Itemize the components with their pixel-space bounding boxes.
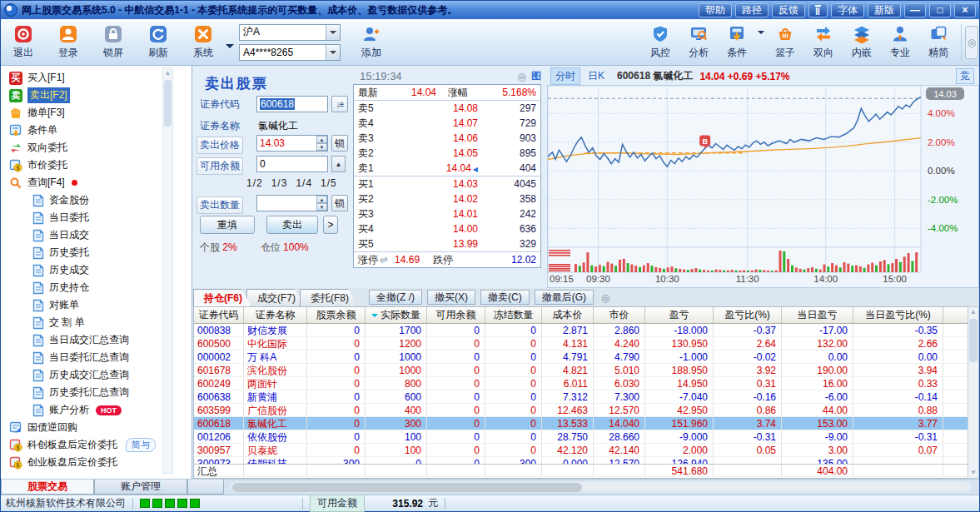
level-price[interactable]: 14.05: [386, 147, 500, 159]
sidebar-item-1[interactable]: 卖卖出[F2]: [1, 87, 164, 104]
sidebar-item-2[interactable]: 撤单[F3]: [1, 104, 164, 122]
fraction-link-1-4[interactable]: 1/4: [296, 177, 312, 189]
column-header-9[interactable]: 盈亏比(%): [714, 307, 782, 323]
column-header-2[interactable]: 股票余额: [307, 307, 366, 323]
column-header-1[interactable]: 证券名称: [244, 307, 307, 323]
table-row[interactable]: 300957贝泰妮01000042.12042.1402.0000.053.00…: [194, 444, 968, 457]
sidebar-item-16[interactable]: 当日委托汇总查询: [1, 349, 164, 366]
sell-level-row-1[interactable]: 卖114.04◀404: [354, 161, 540, 176]
toolbar-collapse-button[interactable]: ◎: [965, 26, 978, 59]
buy-level-row-1[interactable]: 买114.034045: [354, 176, 540, 191]
font-button[interactable]: 字体: [831, 3, 864, 17]
path-button[interactable]: 路径: [735, 3, 769, 17]
pin-button[interactable]: ‖: [808, 3, 828, 17]
sidebar-item-12[interactable]: 历史持仓: [1, 279, 164, 296]
quantity-input[interactable]: ▲▼: [256, 195, 328, 211]
positions-tab-orders[interactable]: 委托(F8): [300, 289, 358, 306]
code-list-button[interactable]: ↓≡: [331, 96, 348, 112]
sidebar-item-22[interactable]: $创业板盘后定价委托: [1, 454, 164, 471]
add-account-button[interactable]: 添加: [349, 21, 394, 64]
sell-level-row-3[interactable]: 卖314.06903: [354, 131, 540, 146]
swap-icon[interactable]: ⇌: [380, 254, 388, 266]
table-vertical-scrollbar[interactable]: ▲ ▼: [968, 306, 979, 479]
chart-canvas[interactable]: B14.034.00%2.00%0.00%-2.00%-4.00%09:1509…: [547, 85, 979, 288]
lock-screen-button[interactable]: 锁屏: [91, 21, 136, 64]
quote-settings-icon[interactable]: ◎: [518, 71, 526, 82]
tab-minute-chart[interactable]: 分时: [550, 67, 580, 85]
table-row[interactable]: 600500中化国际01200004.1314.240130.9502.6413…: [194, 337, 968, 350]
sell-button[interactable]: 卖出: [266, 216, 318, 234]
risk-control-button[interactable]: 风控: [641, 21, 679, 64]
sidebar-item-21[interactable]: $科创板盘后定价委托简与: [1, 436, 164, 454]
code-input[interactable]: 600618: [256, 96, 328, 112]
system-dropdown-caret[interactable]: [226, 44, 234, 52]
sidebar-item-14[interactable]: 交 割 单: [1, 314, 164, 331]
level-price[interactable]: 14.07: [386, 117, 500, 129]
available-up-button[interactable]: ▲: [331, 156, 346, 172]
sidebar-item-4[interactable]: 双向委托: [1, 139, 164, 157]
level-price[interactable]: 14.02: [386, 193, 500, 205]
table-row[interactable]: 603599广信股份04000012.46312.57042.9500.8644…: [194, 404, 968, 417]
fraction-link-1-3[interactable]: 1/3: [271, 177, 288, 189]
buy-level-row-5[interactable]: 买513.99329: [354, 236, 540, 251]
scroll-up-icon[interactable]: ▲: [968, 307, 978, 317]
table-row[interactable]: 001206依依股份01000028.75028.660-9.000-0.31-…: [194, 430, 968, 444]
system-button[interactable]: 系统: [181, 21, 226, 64]
sidebar-scroll-thumb[interactable]: [164, 80, 172, 127]
tab-stock-trading[interactable]: 股票交易: [1, 480, 94, 495]
auction-button[interactable]: 竞: [956, 68, 974, 84]
sidebar-item-11[interactable]: 历史成交: [1, 261, 164, 279]
tab-daily-chart[interactable]: 日K: [584, 68, 609, 84]
sidebar-item-18[interactable]: 历史委托汇总查询: [1, 384, 164, 401]
simplified-button[interactable]: 精简: [919, 21, 958, 64]
positions-tab-trades[interactable]: 成交(F7): [246, 289, 305, 306]
column-header-5[interactable]: 冻结数量: [485, 307, 542, 323]
latest-price[interactable]: 14.04: [390, 87, 436, 98]
close-button[interactable]: ×: [954, 3, 976, 17]
table-row[interactable]: 600638新黄浦0600007.3127.300-7.040-0.16-6.0…: [194, 390, 968, 404]
sell-level-row-5[interactable]: 卖514.08297: [354, 101, 540, 116]
maximize-button[interactable]: □: [929, 3, 951, 17]
professional-button[interactable]: 专业: [881, 21, 919, 64]
embedded-button[interactable]: 内嵌: [843, 21, 881, 64]
available-input[interactable]: 0: [256, 156, 328, 172]
level-price[interactable]: 14.03: [386, 178, 500, 190]
table-row[interactable]: 601678滨化股份01000004.8215.010188.9503.9219…: [194, 364, 968, 377]
column-header-6[interactable]: 成本价: [542, 307, 594, 323]
buy-level-row-3[interactable]: 买314.01242: [354, 206, 540, 221]
cancel-sells-button[interactable]: 撤卖(C): [480, 290, 530, 305]
table-row[interactable]: 300973佳朔科技300003000.00012.570-126.940-13…: [194, 457, 968, 464]
dual-direction-button[interactable]: 双向: [804, 21, 843, 64]
buy-level-row-2[interactable]: 买214.02358: [354, 191, 540, 206]
level-price[interactable]: 14.01: [386, 208, 500, 220]
quote-chart-link[interactable]: 图: [531, 69, 541, 83]
column-header-10[interactable]: 当日盈亏: [782, 307, 853, 323]
table-row[interactable]: 000838财信发展01700002.8712.860-18.000-0.37-…: [194, 324, 968, 337]
help-button[interactable]: 帮助: [699, 3, 732, 17]
level-price[interactable]: 14.08: [386, 102, 500, 114]
column-header-4[interactable]: 可用余额: [427, 307, 485, 323]
refresh-button[interactable]: 刷新: [136, 21, 181, 64]
cancel-all-button[interactable]: 全撤(Z /): [369, 290, 422, 305]
sidebar-item-8[interactable]: 当日委托: [1, 209, 164, 226]
sidebar-item-15[interactable]: 当日成交汇总查询: [1, 331, 164, 349]
sidebar-item-10[interactable]: 历史委托: [1, 244, 164, 261]
level-price[interactable]: 14.00: [386, 223, 500, 235]
table-settings-icon[interactable]: ◎: [601, 292, 609, 304]
market-select[interactable]: 沪A: [239, 24, 341, 41]
table-scroll-thumb[interactable]: [969, 319, 978, 362]
sidebar-item-9[interactable]: 当日成交: [1, 226, 164, 244]
cancel-buys-button[interactable]: 撤买(X): [427, 290, 475, 305]
analysis-button[interactable]: 分析: [679, 21, 718, 64]
column-header-0[interactable]: 证券代码: [194, 307, 244, 323]
basket-button[interactable]: 篮子: [766, 21, 804, 64]
sidebar-scrollbar[interactable]: ▲: [162, 67, 173, 474]
quantity-spinner[interactable]: ▲▼: [316, 196, 327, 211]
condition-dropdown-caret[interactable]: [758, 31, 764, 37]
price-lock-button[interactable]: 锁: [331, 135, 348, 152]
sidebar-item-6[interactable]: 查询[F4]: [1, 174, 164, 191]
positions-tab-holdings[interactable]: 持仓(F6): [193, 289, 251, 306]
cancel-last-button[interactable]: 撤最后(G): [535, 290, 594, 305]
column-header-8[interactable]: 盈亏: [645, 307, 714, 323]
table-row[interactable]: 000002万 科A01000004.7914.790-1.000-0.020.…: [194, 350, 968, 364]
